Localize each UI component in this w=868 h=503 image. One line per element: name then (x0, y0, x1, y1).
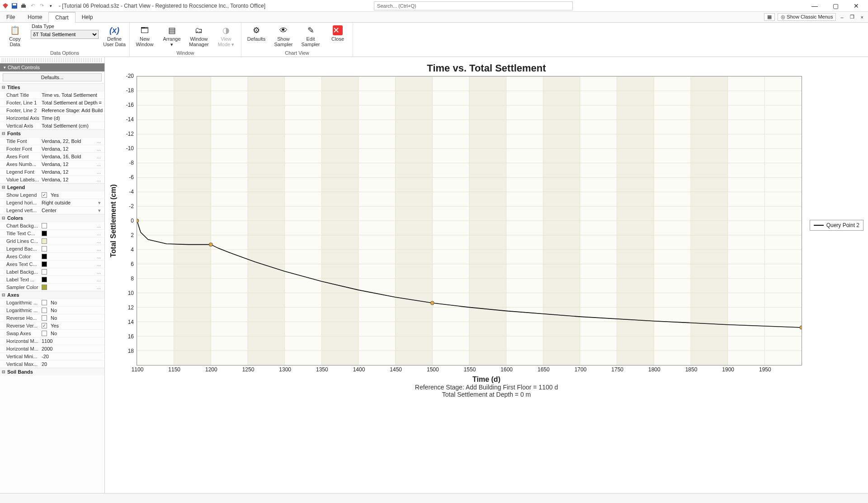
prop-row[interactable]: Label Text ...... (0, 275, 104, 283)
print-icon[interactable] (20, 2, 27, 9)
prop-row[interactable]: Show Legend✓Yes (0, 191, 104, 199)
maximize-button[interactable]: ▢ (829, 1, 842, 10)
color-swatch[interactable] (42, 223, 47, 228)
save-icon[interactable] (11, 2, 18, 9)
plot-region[interactable] (137, 76, 802, 365)
copy-data-button[interactable]: 📋 Copy Data (4, 24, 26, 47)
defaults-button[interactable]: ⚙Defaults (245, 24, 268, 42)
ellipsis-button[interactable]: ... (95, 231, 103, 236)
legend[interactable]: Query Point 2 (810, 220, 863, 231)
ellipsis-button[interactable]: ... (95, 177, 103, 182)
prop-row[interactable]: Grid Lines C...... (0, 237, 104, 245)
prop-row[interactable]: Chart Backg...... (0, 222, 104, 229)
color-swatch[interactable] (42, 238, 47, 244)
prop-row[interactable]: Chart TitleTime vs. Total Settlement (0, 91, 104, 99)
prop-row[interactable]: Reverse Ho...No (0, 314, 104, 322)
data-type-select[interactable]: δT Total Settlement (31, 30, 99, 39)
ellipsis-button[interactable]: ... (95, 261, 103, 267)
color-swatch[interactable] (42, 277, 47, 282)
prop-row[interactable]: Axes Color... (0, 252, 104, 260)
prop-row[interactable]: Axes Text C...... (0, 260, 104, 268)
menu-chart[interactable]: Chart (48, 12, 75, 23)
ellipsis-button[interactable]: ... (95, 269, 103, 275)
prop-row[interactable]: Label Backg...... (0, 268, 104, 275)
prop-row[interactable]: Vertical Mini...-20 (0, 352, 104, 360)
prop-row[interactable]: Axes Numb...Verdana, 12... (0, 160, 104, 168)
undo-icon[interactable]: ↶ (29, 2, 36, 9)
checkbox-icon[interactable] (42, 331, 47, 336)
prop-row[interactable]: Reverse Ver...✓Yes (0, 322, 104, 329)
prop-row[interactable]: Footer, Line 1Total Settlement at Depth … (0, 99, 104, 106)
prop-row[interactable]: Sampler Color... (0, 283, 104, 291)
prop-row[interactable]: Legend hori...Right outside▾ (0, 199, 104, 206)
prop-row[interactable]: Vertical AxisTotal Settlement (cm) (0, 122, 104, 129)
prop-row[interactable]: Vertical Max...20 (0, 360, 104, 368)
close-chart-button[interactable]: ✕Close (326, 24, 349, 42)
chart-controls-header[interactable]: Chart Controls (0, 63, 104, 71)
mdi-close-icon[interactable]: × (859, 14, 865, 20)
prop-row[interactable]: Title FontVerdana, 22, Bold... (0, 137, 104, 145)
menu-file[interactable]: File (0, 12, 21, 22)
section-legend[interactable]: Legend (0, 184, 104, 191)
sidebar-defaults-button[interactable]: Defaults... (3, 73, 102, 81)
prop-row[interactable]: Footer FontVerdana, 12... (0, 145, 104, 152)
prop-row[interactable]: Horizontal M...1100 (0, 337, 104, 345)
new-window-button[interactable]: 🗔New Window (133, 24, 156, 47)
mdi-minimize-icon[interactable]: – (839, 14, 845, 20)
ellipsis-button[interactable]: ... (95, 246, 103, 252)
menu-help[interactable]: Help (75, 12, 99, 22)
show-sampler-button[interactable]: 👁Show Sampler (272, 24, 295, 47)
section-soil-bands[interactable]: Soil Bands (0, 368, 104, 375)
prop-row[interactable]: Footer, Line 2Reference Stage: Add Build… (0, 106, 104, 114)
checkbox-icon[interactable] (42, 300, 47, 305)
color-swatch[interactable] (42, 261, 47, 267)
define-user-data-button[interactable]: (x) Define User Data (103, 24, 126, 47)
chevron-down-icon[interactable]: ▾ (96, 200, 103, 206)
checkbox-icon[interactable] (42, 315, 47, 321)
section-fonts[interactable]: Fonts (0, 130, 104, 137)
show-classic-menus-button[interactable]: ◎ Show Classic Menus (778, 13, 836, 21)
prop-row[interactable]: Legend Bac...... (0, 245, 104, 252)
layout-options-icon[interactable]: ▦ (764, 13, 775, 21)
arrange-button[interactable]: ▤Arrange▾ (160, 24, 183, 47)
prop-row[interactable]: Legend vert...Center▾ (0, 206, 104, 214)
chevron-down-icon[interactable]: ▾ (96, 208, 103, 214)
ellipsis-button[interactable]: ... (95, 285, 103, 290)
prop-row[interactable]: Logarithmic ...No (0, 299, 104, 306)
prop-row[interactable]: Value Labels...Verdana, 12... (0, 176, 104, 183)
section-colors[interactable]: Colors (0, 214, 104, 222)
edit-sampler-button[interactable]: ✎Edit Sampler (299, 24, 322, 47)
ellipsis-button[interactable]: ... (95, 223, 103, 228)
prop-row[interactable]: Title Text C...... (0, 229, 104, 237)
checkbox-icon[interactable] (42, 308, 47, 313)
prop-row[interactable]: Swap AxesNo (0, 329, 104, 337)
color-swatch[interactable] (42, 254, 47, 259)
ellipsis-button[interactable]: ... (95, 277, 103, 282)
mdi-restore-icon[interactable]: ❐ (848, 14, 856, 20)
ellipsis-button[interactable]: ... (95, 169, 103, 175)
prop-row[interactable]: Horizontal AxisTime (d) (0, 114, 104, 122)
ellipsis-button[interactable]: ... (95, 154, 103, 159)
ellipsis-button[interactable]: ... (95, 161, 103, 167)
window-manager-button[interactable]: 🗂Window Manager (188, 24, 210, 47)
ellipsis-button[interactable]: ... (95, 238, 103, 244)
prop-row[interactable]: Logarithmic ...No (0, 306, 104, 314)
checkbox-icon[interactable]: ✓ (42, 192, 47, 198)
menu-home[interactable]: Home (21, 12, 48, 22)
color-swatch[interactable] (42, 231, 47, 236)
section-axes[interactable]: Axes (0, 291, 104, 299)
ellipsis-button[interactable]: ... (95, 138, 103, 144)
prop-row[interactable]: Legend FontVerdana, 12... (0, 168, 104, 176)
ellipsis-button[interactable]: ... (95, 146, 103, 152)
ellipsis-button[interactable]: ... (95, 254, 103, 259)
prop-row[interactable]: Horizontal M...2000 (0, 345, 104, 352)
color-swatch[interactable] (42, 246, 47, 252)
minimize-button[interactable]: — (808, 1, 821, 10)
panel-grip[interactable] (2, 58, 103, 62)
section-titles[interactable]: Titles (0, 84, 104, 91)
checkbox-icon[interactable]: ✓ (42, 323, 47, 328)
prop-row[interactable]: Axes FontVerdana, 16, Bold... (0, 152, 104, 160)
color-swatch[interactable] (42, 269, 47, 275)
qat-dropdown-icon[interactable]: ▾ (47, 2, 54, 9)
color-swatch[interactable] (42, 285, 47, 290)
